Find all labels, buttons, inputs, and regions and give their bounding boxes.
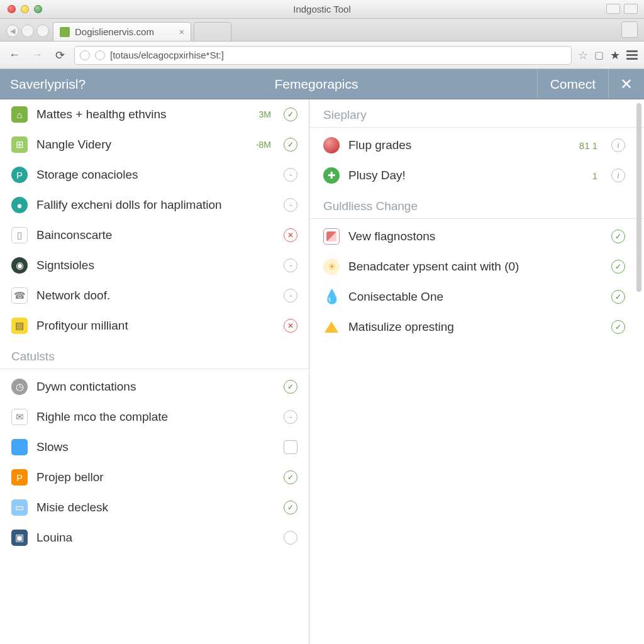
status-indicator xyxy=(611,290,625,304)
connect-button[interactable]: Comect xyxy=(537,69,608,99)
browser-tabs-overflow-button[interactable] xyxy=(621,21,638,38)
list-item[interactable]: ◉Signtsioles xyxy=(0,250,309,280)
list-item-label: Network doof. xyxy=(36,289,275,303)
list-item[interactable]: PProjep bellor xyxy=(0,462,309,492)
list-item[interactable]: ●Fallify excheni dolls for haplimation xyxy=(0,190,309,220)
content-section-2-header: Guldliess Change xyxy=(309,191,644,219)
list-item[interactable]: Slows xyxy=(0,432,309,462)
sun-icon: ☀ xyxy=(323,258,340,275)
app-close-button[interactable]: ✕ xyxy=(608,69,644,99)
status-indicator xyxy=(611,320,625,334)
dot-icon: ● xyxy=(11,197,28,213)
app-header-left[interactable]: Saverlyprisl? xyxy=(0,77,96,92)
list-item-label: Dywn contictations xyxy=(36,380,275,394)
main-split: ⌂Mattes + healthg ethvins3M⊞Nangle Vider… xyxy=(0,99,644,644)
status-indicator xyxy=(284,410,297,424)
list-item[interactable]: ⊞Nangle Videry-8M xyxy=(0,130,309,160)
status-indicator xyxy=(611,260,625,274)
list-item-meta: 81 1 xyxy=(579,140,597,151)
status-indicator xyxy=(284,380,297,394)
list-item-label: Matisulize opresting xyxy=(348,320,602,334)
list-item-meta: 1 xyxy=(592,170,597,181)
content-pane: Sieplary Flup grades81 1✚Plusy Day!1 Gul… xyxy=(309,99,644,644)
site-identity-icon[interactable] xyxy=(80,50,90,60)
monitor-icon xyxy=(11,439,28,455)
red-icon xyxy=(323,137,340,153)
tab-history-back-icon[interactable]: ◀ xyxy=(6,25,19,37)
battery-icon: ▯ xyxy=(11,227,28,243)
window-aux-button-2[interactable] xyxy=(624,4,638,14)
tab-history-fwd-icon[interactable] xyxy=(36,25,49,37)
list-item[interactable]: Matisulize opresting xyxy=(309,312,644,342)
status-indicator xyxy=(611,230,625,243)
app-header: Saverlyprisl? Femegorapics Comect ✕ xyxy=(0,69,644,99)
nav-back-button[interactable]: ← xyxy=(6,47,23,64)
status-indicator xyxy=(611,169,625,182)
list-item-label: Misie declesk xyxy=(36,501,275,514)
scrollbar[interactable] xyxy=(636,103,641,292)
list-item-label: Profityour milliant xyxy=(36,319,275,333)
list-item-label: Flup grades xyxy=(348,138,570,152)
list-item-label: Righle mco the complate xyxy=(36,410,275,424)
content-section-1-header: Sieplary xyxy=(309,99,644,128)
status-indicator xyxy=(284,168,297,182)
window-right-controls xyxy=(606,4,638,14)
seal-icon: ◉ xyxy=(11,257,28,274)
tab-history-mid-icon[interactable] xyxy=(21,25,34,37)
browser-tab-new[interactable] xyxy=(194,22,231,41)
status-indicator xyxy=(284,470,297,484)
app-icon: ▣ xyxy=(11,530,28,546)
list-item[interactable]: ☎Network doof. xyxy=(0,280,309,311)
nav-forward-button[interactable]: → xyxy=(29,47,45,64)
status-indicator xyxy=(284,501,297,514)
app-header-title: Femegorapics xyxy=(96,77,536,92)
list-item[interactable]: Flup grades81 1 xyxy=(309,130,644,160)
status-indicator xyxy=(611,138,625,152)
list-item[interactable]: PStorage conacioles xyxy=(0,160,309,190)
phone-icon: ☎ xyxy=(11,287,28,304)
list-item[interactable]: ☀Benadcater ypsent caint with (0) xyxy=(309,252,644,282)
briefcase-icon: ⌂ xyxy=(11,106,28,123)
list-item[interactable]: ▭Misie declesk xyxy=(0,492,309,523)
list-item[interactable]: ⌂Mattes + healthg ethvins3M xyxy=(0,99,309,130)
plus-icon: ✚ xyxy=(323,167,340,184)
list-item-label: Projep bellor xyxy=(36,470,275,484)
window-aux-button-1[interactable] xyxy=(606,4,620,14)
tri-icon xyxy=(323,319,340,335)
list-item-label: Louina xyxy=(36,531,275,545)
tab-label: Dogislienervis.com xyxy=(75,26,154,37)
site-info-icon[interactable] xyxy=(95,50,105,60)
shield-icon[interactable]: ▢ xyxy=(594,49,604,61)
list-item[interactable]: ▤Profityour milliant xyxy=(0,311,309,341)
status-indicator[interactable] xyxy=(284,440,297,454)
bookmark-filled-icon[interactable]: ★ xyxy=(610,48,620,62)
grid-icon: ⊞ xyxy=(11,136,28,153)
list-item[interactable]: ▯Bainconscarte xyxy=(0,220,309,250)
card-icon: ✉ xyxy=(11,409,28,425)
status-indicator[interactable] xyxy=(284,531,297,545)
nav-reload-button[interactable]: ⟳ xyxy=(52,47,68,64)
list-item[interactable]: 💧Conisectable One xyxy=(309,282,644,312)
list-item-meta: -8M xyxy=(256,140,271,150)
list-item[interactable]: ◷Dywn contictations xyxy=(0,372,309,402)
browser-menu-button[interactable] xyxy=(626,50,638,60)
list-item[interactable]: ✚Plusy Day!1 xyxy=(309,160,644,191)
bookmark-outline-icon[interactable]: ☆ xyxy=(578,48,588,62)
tab-close-icon[interactable]: × xyxy=(179,27,184,37)
clock-icon: ◷ xyxy=(11,379,28,395)
url-bar[interactable]: [totaus/elcagocpxirhise*St:] xyxy=(74,46,572,65)
list-item-label: Fallify excheni dolls for haplimation xyxy=(36,198,275,212)
status-indicator xyxy=(284,289,297,303)
pin-icon: P xyxy=(11,469,28,486)
browser-tabstrip: ◀ Dogislienervis.com × xyxy=(0,19,644,42)
url-text: [totaus/elcagocpxirhise*St:] xyxy=(110,50,224,60)
list-item-label: Slows xyxy=(36,440,275,454)
drop-icon: 💧 xyxy=(323,289,340,305)
list-item[interactable]: ▣Louina xyxy=(0,523,309,553)
browser-tab-active[interactable]: Dogislienervis.com × xyxy=(53,22,191,41)
status-indicator xyxy=(284,108,297,121)
list-item[interactable]: Vew flagnostons xyxy=(309,221,644,252)
sidebar-section-header: Catulsts xyxy=(0,341,309,369)
list-item[interactable]: ✉Righle mco the complate xyxy=(0,402,309,432)
status-indicator xyxy=(284,258,297,272)
